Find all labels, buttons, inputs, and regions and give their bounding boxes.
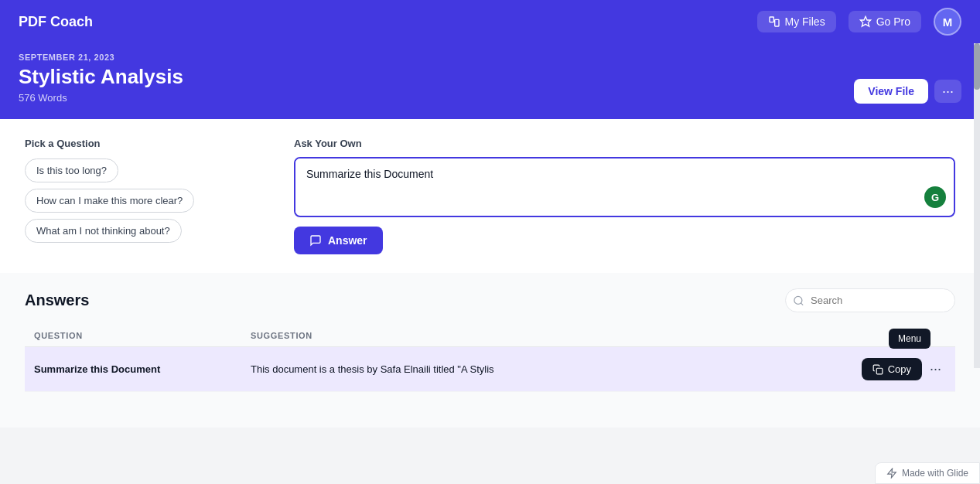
scrollbar-track[interactable]: [974, 43, 980, 368]
star-icon: [859, 15, 872, 28]
svg-marker-2: [860, 16, 870, 26]
answers-table: QUESTION SUGGESTION Summarize this Docum…: [25, 325, 955, 392]
answer-button[interactable]: Answer: [294, 227, 383, 254]
row-actions: Menu Copy ···: [852, 347, 955, 392]
svg-point-3: [794, 296, 802, 304]
avatar[interactable]: M: [934, 8, 961, 36]
document-title: Stylistic Analysis: [19, 65, 183, 89]
question-pill-1[interactable]: How can I make this more clear?: [25, 189, 194, 213]
ask-own-panel: Ask Your Own G Answer: [294, 138, 955, 254]
ask-textarea-wrap: G: [294, 157, 955, 217]
svg-line-4: [801, 302, 803, 305]
sub-header-actions: View File ···: [854, 79, 961, 104]
question-pill-2[interactable]: What am I not thinking about?: [25, 219, 182, 243]
row-suggestion: This document is a thesis by Safa Elnail…: [241, 347, 852, 392]
svg-rect-1: [774, 19, 778, 26]
svg-rect-5: [876, 368, 883, 374]
table-row: Summarize this Document This document is…: [25, 347, 955, 392]
copy-label: Copy: [888, 363, 911, 375]
search-input[interactable]: [785, 288, 955, 312]
footer: Made with Glide: [875, 462, 980, 484]
glide-icon: [886, 468, 897, 479]
svg-marker-6: [888, 469, 896, 478]
search-icon: [793, 295, 804, 306]
col-header-suggestion: SUGGESTION: [241, 325, 852, 347]
main-content: Pick a Question Is this too long? How ca…: [0, 119, 980, 273]
answers-title: Answers: [25, 291, 89, 309]
footer-label: Made with Glide: [902, 468, 968, 479]
search-wrap: [785, 288, 955, 312]
row-question: Summarize this Document: [25, 347, 241, 392]
pick-question-panel: Pick a Question Is this too long? How ca…: [25, 138, 257, 249]
ask-own-label: Ask Your Own: [294, 138, 955, 149]
avatar-letter: M: [943, 15, 953, 29]
svg-rect-0: [770, 17, 773, 22]
document-word-count: 576 Words: [19, 92, 183, 104]
sub-header-left: SEPTEMBER 21, 2023 Stylistic Analysis 57…: [19, 53, 183, 104]
grammarly-icon: G: [924, 186, 946, 208]
document-date: SEPTEMBER 21, 2023: [19, 53, 183, 62]
files-icon: [768, 15, 780, 28]
question-pill-0[interactable]: Is this too long?: [25, 158, 118, 182]
row-more-button[interactable]: ···: [925, 358, 946, 380]
ask-section: Pick a Question Is this too long? How ca…: [25, 138, 955, 254]
my-files-label: My Files: [785, 15, 825, 28]
scrollbar-thumb[interactable]: [974, 43, 980, 90]
pick-question-label: Pick a Question: [25, 138, 257, 149]
answers-section: Answers QUESTION SUGGESTION Summarize th…: [0, 273, 980, 428]
col-header-question: QUESTION: [25, 325, 241, 347]
copy-icon: [872, 364, 883, 375]
sub-header: SEPTEMBER 21, 2023 Stylistic Analysis 57…: [0, 43, 980, 119]
navbar: PDF Coach My Files Go Pro M: [0, 0, 980, 43]
question-pills: Is this too long? How can I make this mo…: [25, 158, 257, 249]
answer-button-label: Answer: [328, 234, 367, 247]
answer-icon: [309, 234, 322, 247]
answers-header: Answers: [25, 288, 955, 312]
ask-textarea[interactable]: [295, 158, 954, 213]
go-pro-label: Go Pro: [876, 15, 910, 28]
menu-tooltip: Menu: [889, 329, 930, 349]
action-area: Menu Copy ···: [862, 358, 946, 380]
copy-button[interactable]: Copy: [862, 358, 922, 380]
my-files-button[interactable]: My Files: [757, 11, 836, 32]
brand-logo: PDF Coach: [19, 14, 93, 30]
more-options-button[interactable]: ···: [934, 80, 961, 103]
go-pro-button[interactable]: Go Pro: [849, 11, 921, 32]
view-file-button[interactable]: View File: [854, 79, 928, 104]
